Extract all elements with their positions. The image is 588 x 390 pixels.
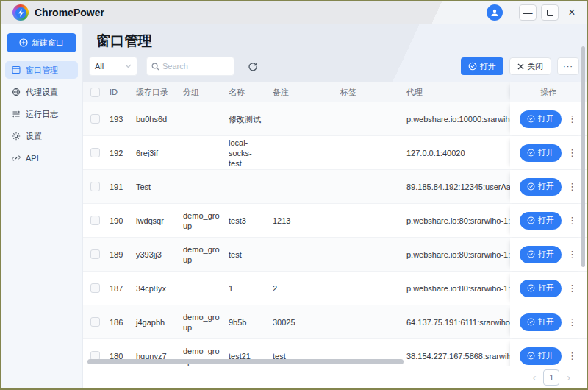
- search-box: [146, 57, 234, 76]
- close-selected-label: 关闭: [527, 61, 543, 72]
- row-checkbox[interactable]: [90, 148, 100, 157]
- next-page-button[interactable]: ›: [567, 372, 570, 383]
- new-window-button[interactable]: 新建窗口: [7, 33, 76, 52]
- maximize-button[interactable]: [541, 4, 559, 21]
- row-proxy: p.webshare.io:80:srarwiho-1:atonupx: [402, 284, 510, 293]
- open-circle-icon: [527, 182, 535, 191]
- new-window-label: 新建窗口: [32, 38, 64, 49]
- search-input[interactable]: [162, 62, 225, 71]
- column-header: 备注: [268, 87, 336, 98]
- row-open-button[interactable]: 打开: [520, 212, 562, 230]
- select-all-checkbox[interactable]: [90, 88, 100, 97]
- close-selected-button[interactable]: 关闭: [509, 57, 551, 75]
- row-more-icon[interactable]: ⋮: [567, 283, 577, 293]
- sidebar-item-settings[interactable]: 设置: [5, 127, 78, 145]
- row-more-icon[interactable]: ⋮: [567, 148, 577, 157]
- horizontal-scrollbar[interactable]: [87, 359, 404, 364]
- row-open-button[interactable]: 打开: [520, 313, 562, 331]
- row-cache-dir: 6rej3if: [132, 149, 179, 157]
- group-filter-select[interactable]: All: [89, 57, 137, 76]
- row-id: 190: [105, 216, 132, 225]
- link-icon: [12, 154, 21, 163]
- x-icon: [517, 63, 524, 70]
- vertical-scrollbar[interactable]: [581, 46, 585, 267]
- row-proxy: 38.154.227.167:5868:srarwiho:atonup: [402, 352, 510, 361]
- minimize-button[interactable]: —: [519, 4, 537, 21]
- prev-page-button[interactable]: ‹: [533, 372, 537, 383]
- row-open-button[interactable]: 打开: [520, 178, 562, 196]
- row-checkbox[interactable]: [90, 317, 100, 327]
- open-circle-icon: [527, 149, 535, 157]
- row-more-icon[interactable]: ⋮: [567, 114, 577, 124]
- row-open-label: 打开: [538, 113, 554, 124]
- group-filter-value: All: [95, 62, 104, 71]
- maximize-icon: [547, 10, 553, 16]
- row-open-label: 打开: [538, 147, 554, 158]
- table-body: 193 bu0hs6d 修改测试 p.webshare.io:10000:sra…: [83, 102, 587, 366]
- row-checkbox[interactable]: [90, 249, 100, 259]
- sidebar: 新建窗口 窗口管理 代理设置 运行日志: [1, 24, 83, 388]
- row-name: test3: [224, 216, 268, 226]
- log-list-icon: [12, 110, 21, 118]
- row-open-button[interactable]: 打开: [520, 110, 562, 128]
- row-open-label: 打开: [538, 215, 554, 226]
- user-avatar[interactable]: [487, 4, 503, 21]
- row-open-button[interactable]: 打开: [520, 144, 562, 162]
- row-name: 9b5b: [224, 317, 268, 327]
- open-selected-button[interactable]: 打开: [461, 57, 503, 75]
- open-circle-icon: [527, 352, 535, 360]
- more-actions-button[interactable]: ···: [557, 57, 579, 75]
- row-checkbox[interactable]: [90, 283, 100, 293]
- sidebar-item-label: 代理设置: [26, 87, 58, 98]
- row-open-label: 打开: [538, 283, 554, 294]
- table-row: 189 y393jj3 demo_group test p.webshare.i…: [83, 238, 587, 272]
- row-more-icon[interactable]: ⋮: [567, 317, 577, 327]
- table-row: 187 34cp8yx 1 2 p.webshare.io:80:srarwih…: [83, 272, 587, 305]
- row-id: 193: [105, 115, 132, 124]
- row-cache-dir: bu0hs6d: [132, 115, 179, 124]
- row-open-button[interactable]: 打开: [520, 280, 562, 297]
- refresh-button[interactable]: [243, 57, 262, 76]
- row-cache-dir: Test: [132, 182, 179, 191]
- row-proxy: 64.137.75.191:6111:srarwiho:atonupx: [402, 318, 510, 327]
- row-remark: 2: [268, 284, 336, 293]
- row-name: local-socks-test: [224, 138, 268, 169]
- row-group: demo_group: [179, 244, 224, 265]
- close-button[interactable]: ×: [563, 4, 581, 21]
- app-window: ChromePower — × 新建窗口 窗口管理: [1, 1, 587, 388]
- row-open-label: 打开: [538, 316, 554, 327]
- row-proxy: 89.185.84.192:12345:userAazd312:pa: [402, 182, 510, 191]
- row-proxy: p.webshare.io:80:srarwiho-1:atonupx: [402, 250, 510, 259]
- globe-icon: [12, 88, 21, 96]
- row-checkbox[interactable]: [90, 114, 100, 124]
- row-more-icon[interactable]: ⋮: [567, 216, 577, 225]
- sidebar-item-label: 运行日志: [26, 109, 58, 120]
- row-proxy: p.webshare.io:80:srarwiho-1:atonupx: [402, 216, 510, 225]
- row-open-button[interactable]: 打开: [520, 347, 562, 365]
- row-more-icon[interactable]: ⋮: [567, 249, 577, 259]
- row-more-icon[interactable]: ⋮: [567, 351, 577, 361]
- row-open-label: 打开: [538, 350, 554, 361]
- column-header: 缓存目录: [132, 87, 179, 98]
- row-open-label: 打开: [538, 181, 554, 192]
- row-cache-dir: iwdqsqr: [132, 216, 179, 225]
- row-open-label: 打开: [538, 249, 554, 260]
- sidebar-item-run-logs[interactable]: 运行日志: [5, 105, 78, 123]
- row-more-icon[interactable]: ⋮: [567, 182, 577, 191]
- sidebar-item-label: 窗口管理: [26, 65, 58, 76]
- open-circle-icon: [527, 284, 535, 292]
- column-header: 分组: [179, 87, 224, 97]
- row-open-button[interactable]: 打开: [520, 246, 562, 263]
- row-checkbox[interactable]: [90, 216, 100, 225]
- open-circle-icon: [527, 250, 535, 258]
- row-checkbox[interactable]: [90, 182, 100, 191]
- sidebar-item-proxy-settings[interactable]: 代理设置: [5, 83, 78, 101]
- sidebar-item-api[interactable]: API: [5, 149, 78, 167]
- titlebar: ChromePower — ×: [1, 1, 587, 24]
- column-header: 操作: [510, 82, 587, 102]
- sidebar-item-window-management[interactable]: 窗口管理: [5, 61, 78, 79]
- filter-bar: All: [83, 57, 587, 82]
- gear-icon: [12, 132, 21, 141]
- current-page-button[interactable]: 1: [543, 369, 559, 386]
- table-row: 192 6rej3if local-socks-test 127.0.0.1:4…: [83, 136, 587, 170]
